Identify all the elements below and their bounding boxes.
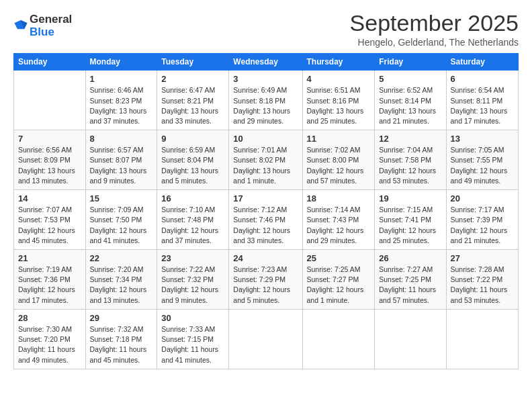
header-day: Wednesday [229,54,302,71]
header-day: Sunday [14,54,86,71]
calendar-cell: 23Sunrise: 7:22 AMSunset: 7:32 PMDayligh… [157,250,229,310]
day-info: Sunrise: 6:59 AMSunset: 8:04 PMDaylight:… [161,145,224,186]
day-number: 26 [379,253,441,263]
day-info: Sunrise: 7:10 AMSunset: 7:48 PMDaylight:… [161,205,224,246]
calendar-cell: 13Sunrise: 7:05 AMSunset: 7:55 PMDayligh… [446,130,518,190]
day-info: Sunrise: 7:27 AMSunset: 7:25 PMDaylight:… [379,265,441,306]
day-number: 29 [90,313,153,323]
day-number: 15 [90,193,153,203]
header-day: Tuesday [157,54,229,71]
day-info: Sunrise: 7:01 AMSunset: 8:02 PMDaylight:… [233,145,298,186]
day-number: 17 [233,193,298,203]
day-info: Sunrise: 6:52 AMSunset: 8:14 PMDaylight:… [379,85,441,126]
logo-text: General Blue [30,13,72,38]
calendar-cell: 17Sunrise: 7:12 AMSunset: 7:46 PMDayligh… [229,190,302,250]
day-number: 6 [451,74,514,84]
calendar-cell: 18Sunrise: 7:14 AMSunset: 7:43 PMDayligh… [302,190,375,250]
logo: General Blue [13,13,72,38]
day-number: 2 [161,74,224,84]
day-info: Sunrise: 7:22 AMSunset: 7:32 PMDaylight:… [161,265,224,306]
calendar-body: 1Sunrise: 6:46 AMSunset: 8:23 PMDaylight… [14,71,519,369]
day-number: 18 [307,193,371,203]
calendar-cell: 8Sunrise: 6:57 AMSunset: 8:07 PMDaylight… [85,130,157,190]
day-info: Sunrise: 6:56 AMSunset: 8:09 PMDaylight:… [18,145,81,186]
day-number: 24 [233,253,298,263]
day-number: 25 [307,253,371,263]
calendar-cell: 15Sunrise: 7:09 AMSunset: 7:50 PMDayligh… [85,190,157,250]
calendar-cell: 21Sunrise: 7:19 AMSunset: 7:36 PMDayligh… [14,250,86,310]
calendar-cell: 27Sunrise: 7:28 AMSunset: 7:22 PMDayligh… [446,250,518,310]
calendar-cell: 25Sunrise: 7:25 AMSunset: 7:27 PMDayligh… [302,250,375,310]
title-block: September 2025 Hengelo, Gelderland, The … [350,11,519,48]
day-number: 8 [90,134,153,144]
day-info: Sunrise: 6:57 AMSunset: 8:07 PMDaylight:… [90,145,153,186]
calendar-cell: 10Sunrise: 7:01 AMSunset: 8:02 PMDayligh… [229,130,302,190]
header-day: Friday [375,54,446,71]
calendar-cell: 6Sunrise: 6:54 AMSunset: 8:11 PMDaylight… [446,71,518,130]
calendar-cell: 1Sunrise: 6:46 AMSunset: 8:23 PMDaylight… [85,71,157,130]
day-info: Sunrise: 7:04 AMSunset: 7:58 PMDaylight:… [379,145,441,186]
calendar-header: SundayMondayTuesdayWednesdayThursdayFrid… [14,54,519,71]
calendar-cell: 20Sunrise: 7:17 AMSunset: 7:39 PMDayligh… [446,190,518,250]
day-number: 1 [90,74,153,84]
header: General Blue September 2025 Hengelo, Gel… [13,11,519,48]
calendar-cell: 28Sunrise: 7:30 AMSunset: 7:20 PMDayligh… [14,309,86,369]
header-day: Saturday [446,54,518,71]
day-number: 7 [18,134,81,144]
day-number: 27 [451,253,514,263]
calendar-cell: 16Sunrise: 7:10 AMSunset: 7:48 PMDayligh… [157,190,229,250]
day-number: 28 [18,313,81,323]
month-title: September 2025 [350,11,519,36]
calendar-week-row: 7Sunrise: 6:56 AMSunset: 8:09 PMDaylight… [14,130,519,190]
day-number: 23 [161,253,224,263]
calendar-cell [229,309,302,369]
day-info: Sunrise: 6:49 AMSunset: 8:18 PMDaylight:… [233,85,298,126]
day-info: Sunrise: 6:51 AMSunset: 8:16 PMDaylight:… [307,85,371,126]
day-number: 20 [451,193,514,203]
calendar-cell: 7Sunrise: 6:56 AMSunset: 8:09 PMDaylight… [14,130,86,190]
day-info: Sunrise: 7:20 AMSunset: 7:34 PMDaylight:… [90,265,153,306]
calendar-cell: 3Sunrise: 6:49 AMSunset: 8:18 PMDaylight… [229,71,302,130]
calendar-cell [375,309,446,369]
logo-general: General [30,13,72,26]
calendar-cell [446,309,518,369]
day-info: Sunrise: 7:19 AMSunset: 7:36 PMDaylight:… [18,265,81,306]
header-row: SundayMondayTuesdayWednesdayThursdayFrid… [14,54,519,71]
day-info: Sunrise: 7:15 AMSunset: 7:41 PMDaylight:… [379,205,441,246]
day-number: 16 [161,193,224,203]
page: General Blue September 2025 Hengelo, Gel… [0,0,532,411]
day-info: Sunrise: 7:12 AMSunset: 7:46 PMDaylight:… [233,205,298,246]
day-info: Sunrise: 7:30 AMSunset: 7:20 PMDaylight:… [18,324,81,365]
calendar: SundayMondayTuesdayWednesdayThursdayFrid… [13,53,519,369]
calendar-cell [302,309,375,369]
calendar-cell: 26Sunrise: 7:27 AMSunset: 7:25 PMDayligh… [375,250,446,310]
day-number: 30 [161,313,224,323]
day-info: Sunrise: 7:32 AMSunset: 7:18 PMDaylight:… [90,324,153,365]
day-info: Sunrise: 7:25 AMSunset: 7:27 PMDaylight:… [307,265,371,306]
calendar-week-row: 1Sunrise: 6:46 AMSunset: 8:23 PMDaylight… [14,71,519,130]
day-number: 13 [451,134,514,144]
day-number: 12 [379,134,441,144]
day-info: Sunrise: 7:09 AMSunset: 7:50 PMDaylight:… [90,205,153,246]
calendar-cell: 11Sunrise: 7:02 AMSunset: 8:00 PMDayligh… [302,130,375,190]
day-info: Sunrise: 7:02 AMSunset: 8:00 PMDaylight:… [307,145,371,186]
calendar-cell: 4Sunrise: 6:51 AMSunset: 8:16 PMDaylight… [302,71,375,130]
day-number: 14 [18,193,81,203]
day-number: 21 [18,253,81,263]
day-number: 22 [90,253,153,263]
day-number: 3 [233,74,298,84]
calendar-cell: 2Sunrise: 6:47 AMSunset: 8:21 PMDaylight… [157,71,229,130]
logo-blue: Blue [30,26,72,39]
day-info: Sunrise: 6:46 AMSunset: 8:23 PMDaylight:… [90,85,153,126]
day-info: Sunrise: 7:33 AMSunset: 7:15 PMDaylight:… [161,324,224,365]
day-info: Sunrise: 6:47 AMSunset: 8:21 PMDaylight:… [161,85,224,126]
day-info: Sunrise: 7:23 AMSunset: 7:29 PMDaylight:… [233,265,298,306]
day-info: Sunrise: 7:17 AMSunset: 7:39 PMDaylight:… [451,205,514,246]
day-number: 11 [307,134,371,144]
calendar-cell: 9Sunrise: 6:59 AMSunset: 8:04 PMDaylight… [157,130,229,190]
header-day: Thursday [302,54,375,71]
day-number: 10 [233,134,298,144]
calendar-cell: 19Sunrise: 7:15 AMSunset: 7:41 PMDayligh… [375,190,446,250]
calendar-week-row: 28Sunrise: 7:30 AMSunset: 7:20 PMDayligh… [14,309,519,369]
day-info: Sunrise: 7:28 AMSunset: 7:22 PMDaylight:… [451,265,514,306]
